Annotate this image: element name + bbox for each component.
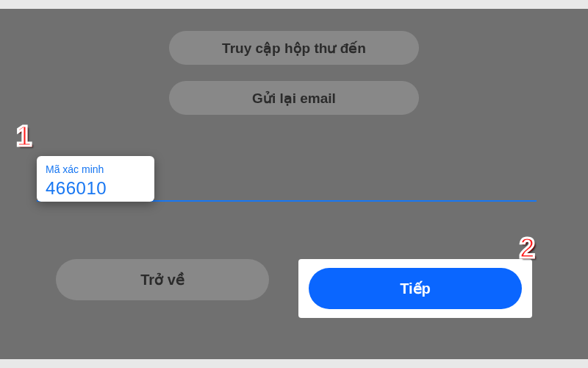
next-button-label: Tiếp [400,280,431,297]
annotation-step-2: 2 [520,234,535,262]
verification-input-area: 1 Mã xác minh [0,135,588,216]
dialog-button-row: Trở về Tiếp 2 [0,259,588,318]
back-button-label: Trở về [140,271,184,289]
verification-dialog: Truy cập hộp thư đến Gửi lại email 1 Mã … [0,9,588,359]
verification-code-label: Mã xác minh [46,163,146,175]
inbox-access-button[interactable]: Truy cập hộp thư đến [169,31,419,65]
annotation-step-2-number: 2 [520,233,535,263]
resend-email-button[interactable]: Gửi lại email [169,81,419,115]
verification-code-input[interactable] [46,178,146,199]
verification-input-card: Mã xác minh [37,156,154,202]
back-button-wrap: Trở về [56,259,269,318]
resend-email-label: Gửi lại email [252,90,336,107]
annotation-step-1: 1 [16,122,32,150]
back-button[interactable]: Trở về [56,259,269,300]
annotation-step-1-number: 1 [16,121,32,152]
next-button-wrap: Tiếp 2 [298,259,532,318]
next-button-highlight: Tiếp [298,259,532,318]
inbox-access-label: Truy cập hộp thư đến [222,40,366,57]
next-button[interactable]: Tiếp [309,268,522,309]
